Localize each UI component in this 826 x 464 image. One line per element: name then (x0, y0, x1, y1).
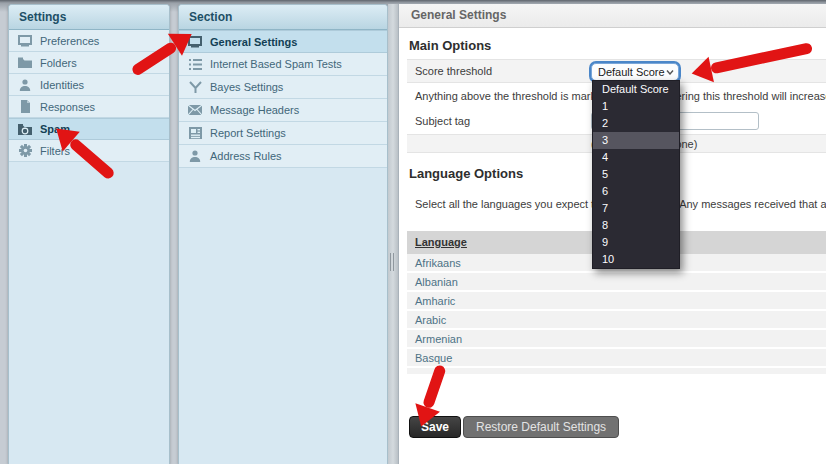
section-item-address-rules[interactable]: Address Rules (179, 145, 387, 168)
score-threshold-select[interactable]: Default Score (591, 63, 679, 81)
page-title: General Settings (399, 4, 826, 28)
dropdown-option[interactable]: 5 (593, 166, 679, 183)
sidebar-item-spam[interactable]: Spam (9, 118, 169, 140)
dropdown-option[interactable]: 7 (593, 200, 679, 217)
funnel-icon (187, 80, 203, 94)
settings-panel: Settings Preferences Folders Identities … (8, 4, 170, 464)
sidebar-item-filters[interactable]: Filters (9, 140, 169, 162)
language-row[interactable]: Amharic (407, 292, 826, 311)
section-item-label: Internet Based Spam Tests (210, 58, 342, 70)
sidebar-item-responses[interactable]: Responses (9, 96, 169, 118)
dropdown-option[interactable]: 1 (593, 98, 679, 115)
dropdown-option[interactable]: 8 (593, 217, 679, 234)
monitor-icon (17, 34, 33, 48)
sidebar-item-label: Spam (40, 123, 70, 135)
language-row-clipped[interactable] (407, 368, 826, 374)
dropdown-option[interactable]: 4 (593, 149, 679, 166)
section-item-label: Address Rules (210, 150, 282, 162)
sidebar-item-folders[interactable]: Folders (9, 52, 169, 74)
dropdown-option-highlighted[interactable]: 3 (593, 132, 679, 149)
dropdown-option[interactable]: 10 (593, 251, 679, 268)
subject-tag-label: Subject tag (415, 115, 470, 127)
monitor-icon (187, 35, 203, 49)
section-panel-title: Section (179, 5, 387, 30)
gear-icon (17, 144, 33, 158)
envelope-icon (187, 103, 203, 117)
chevron-down-icon (666, 70, 674, 75)
save-button[interactable]: Save (409, 416, 461, 438)
person-icon (17, 78, 33, 92)
sidebar-item-label: Identities (40, 79, 84, 91)
sidebar-item-label: Filters (40, 145, 70, 157)
language-row[interactable]: Albanian (407, 273, 826, 292)
spam-folder-icon (17, 122, 33, 136)
section-item-label: General Settings (210, 36, 297, 48)
main-options-heading: Main Options (409, 38, 491, 53)
settings-panel-title: Settings (9, 5, 169, 30)
section-panel: Section General Settings Internet Based … (178, 4, 388, 464)
language-row[interactable]: Arabic (407, 311, 826, 330)
folder-icon (17, 56, 33, 70)
sidebar-item-identities[interactable]: Identities (9, 74, 169, 96)
sidebar-item-label: Folders (40, 57, 77, 69)
document-icon (17, 100, 33, 114)
panel-splitter[interactable] (388, 4, 398, 464)
person-icon (187, 149, 203, 163)
language-row[interactable]: Basque (407, 349, 826, 368)
restore-defaults-button[interactable]: Restore Default Settings (463, 416, 619, 438)
section-item-bayes-settings[interactable]: Bayes Settings (179, 76, 387, 99)
select-value: Default Score (598, 66, 665, 78)
score-threshold-label: Score threshold (415, 65, 492, 77)
section-item-message-headers[interactable]: Message Headers (179, 99, 387, 122)
dropdown-option[interactable]: 2 (593, 115, 679, 132)
section-item-label: Bayes Settings (210, 81, 283, 93)
sidebar-item-label: Preferences (40, 35, 99, 47)
language-options-heading: Language Options (409, 166, 523, 181)
report-icon (187, 126, 203, 140)
dropdown-option[interactable]: 9 (593, 234, 679, 251)
dropdown-option[interactable]: Default Score (593, 81, 679, 98)
list-icon (187, 57, 203, 71)
section-item-report-settings[interactable]: Report Settings (179, 122, 387, 145)
language-row[interactable]: Armenian (407, 330, 826, 349)
sidebar-item-label: Responses (40, 101, 95, 113)
section-item-general-settings[interactable]: General Settings (179, 30, 387, 53)
sidebar-item-preferences[interactable]: Preferences (9, 30, 169, 52)
section-item-label: Message Headers (210, 104, 299, 116)
dropdown-option[interactable]: 6 (593, 183, 679, 200)
section-item-internet-spam-tests[interactable]: Internet Based Spam Tests (179, 53, 387, 76)
splitter-grip-icon (390, 253, 396, 271)
section-item-label: Report Settings (210, 127, 286, 139)
score-threshold-dropdown-list: Default Score 1 2 3 4 5 6 7 8 9 10 (592, 80, 680, 269)
